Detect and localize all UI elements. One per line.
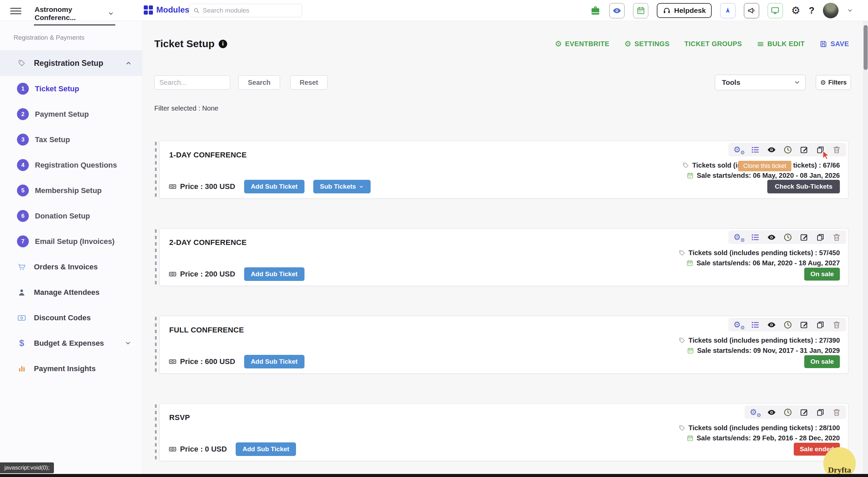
helpdesk-button[interactable]: Helpdesk xyxy=(657,3,711,18)
settings-button[interactable]: ⚙ SETTINGS xyxy=(624,40,669,48)
scrollbar-thumb[interactable] xyxy=(864,25,868,70)
eventbrite-button[interactable]: ⚙ EVENTBRITE xyxy=(555,40,610,48)
attendee-list-icon[interactable] xyxy=(751,320,760,329)
sidebar-item-label: Payment Insights xyxy=(34,364,131,373)
gear-icon: ⚙ xyxy=(555,40,562,48)
add-sub-ticket-button[interactable]: Add Sub Ticket xyxy=(244,267,304,281)
modules-button[interactable]: Modules xyxy=(144,5,189,15)
clock-icon[interactable] xyxy=(783,145,792,154)
edit-icon[interactable] xyxy=(800,408,809,417)
bar-chart-icon xyxy=(16,364,27,373)
tickets-sold-line: Tickets sold (includes pending tickets) … xyxy=(678,424,840,432)
filters-button[interactable]: ⚙ Filters xyxy=(816,75,851,90)
sidebar-item-label: Membership Setup xyxy=(35,186,102,195)
sidebar-group-label: Registration Setup xyxy=(34,59,125,68)
ticket-card: ⚙⚙ RSVP Tickets sold (includes pending t… xyxy=(159,403,848,461)
briefcase-icon[interactable] xyxy=(590,5,601,16)
trash-icon[interactable] xyxy=(832,408,841,417)
sidebar-item-ticket-setup[interactable]: 1 Ticket Setup xyxy=(0,76,142,101)
sidebar-item-budget-expenses[interactable]: $ Budget & Expenses xyxy=(0,330,142,356)
tickets-sold-line: Tickets sold (includes pending tickets) … xyxy=(678,249,840,257)
drag-handle[interactable] xyxy=(155,404,157,460)
gear-icon[interactable]: ⚙ xyxy=(791,5,801,16)
clone-icon[interactable] xyxy=(816,408,825,417)
avatar[interactable] xyxy=(823,3,839,18)
preview-eye-icon[interactable] xyxy=(767,320,776,329)
sidebar-item-label: Budget & Expenses xyxy=(34,339,118,348)
sidebar-item-registration-questions[interactable]: 4 Registration Questions xyxy=(0,152,142,178)
sub-tickets-button[interactable]: Sub Tickets xyxy=(313,180,371,193)
attendee-list-icon[interactable] xyxy=(751,145,760,154)
edit-icon[interactable] xyxy=(800,233,809,242)
brand-badge[interactable]: Dryfta xyxy=(823,447,856,477)
sidebar-item-tax-setup[interactable]: 3 Tax Setup xyxy=(0,127,142,152)
ticket-settings-icon[interactable]: ⚙⚙ xyxy=(733,233,744,241)
drag-handle[interactable] xyxy=(155,229,157,285)
add-sub-ticket-button[interactable]: Add Sub Ticket xyxy=(244,180,304,193)
sidebar-item-payment-insights[interactable]: Payment Insights xyxy=(0,356,142,381)
sidebar-item-orders-invoices[interactable]: Orders & Invoices xyxy=(0,254,142,280)
add-sub-ticket-button[interactable]: Add Sub Ticket xyxy=(244,355,304,368)
tools-select-value: Tools xyxy=(722,78,740,87)
trash-icon[interactable] xyxy=(832,233,841,242)
ticket-price: Price : 600 USD xyxy=(180,357,235,366)
menu-icon[interactable] xyxy=(10,6,21,16)
ticket-settings-icon[interactable]: ⚙⚙ xyxy=(750,408,760,416)
ticket-price: Price : 200 USD xyxy=(180,270,235,279)
sidebar-item-donation-setup[interactable]: 6 Donation Setup xyxy=(0,203,142,229)
tools-select[interactable]: Tools xyxy=(715,75,806,90)
preview-eye-icon[interactable] xyxy=(767,408,776,417)
bulk-edit-button[interactable]: BULK EDIT xyxy=(757,40,805,48)
modules-search-input[interactable] xyxy=(203,7,298,14)
ticket-name: FULL CONFERENCE xyxy=(169,326,244,335)
ticket-settings-icon[interactable]: ⚙⚙ xyxy=(733,321,744,329)
edit-icon[interactable] xyxy=(800,320,809,329)
page-header: Ticket Setup i xyxy=(154,38,227,50)
chevron-down-icon xyxy=(125,340,131,346)
sidebar-item-membership-setup[interactable]: 5 Membership Setup xyxy=(0,178,142,203)
drag-handle[interactable] xyxy=(155,317,157,373)
trash-icon[interactable] xyxy=(832,320,841,329)
clock-icon[interactable] xyxy=(783,408,792,417)
search-input[interactable] xyxy=(154,75,230,90)
sidebar-item-label: Discount Codes xyxy=(34,313,131,322)
reset-button[interactable]: Reset xyxy=(290,75,328,90)
sidebar-item-payment-setup[interactable]: 2 Payment Setup xyxy=(0,101,142,127)
sidebar-item-manage-attendees[interactable]: Manage Attendees xyxy=(0,280,142,305)
ticket-groups-button[interactable]: TICKET GROUPS xyxy=(684,40,742,48)
sidebar-item-label: Registration Questions xyxy=(35,161,117,170)
sidebar-item-email-setup[interactable]: 7 Email Setup (Invoices) xyxy=(0,229,142,254)
preview-eye-icon[interactable] xyxy=(767,145,776,154)
help-icon[interactable]: ? xyxy=(809,5,815,16)
launch-pointer-icon[interactable] xyxy=(720,3,735,18)
display-icon[interactable] xyxy=(768,3,783,18)
clone-icon[interactable] xyxy=(816,233,825,242)
clock-icon[interactable] xyxy=(783,233,792,242)
ticket-price: Price : 300 USD xyxy=(180,182,235,191)
trash-icon[interactable] xyxy=(832,145,841,154)
event-selector[interactable]: Astronomy Conferenc... xyxy=(34,3,115,25)
attendee-list-icon[interactable] xyxy=(751,233,760,242)
sidebar-item-discount-codes[interactable]: Discount Codes xyxy=(0,305,142,330)
check-sub-tickets-button[interactable]: Check Sub-Tickets xyxy=(767,180,840,193)
preview-eye-icon[interactable] xyxy=(609,3,625,18)
ticket-name: RSVP xyxy=(169,413,190,422)
drag-handle[interactable] xyxy=(155,142,157,197)
info-icon[interactable]: i xyxy=(219,40,227,48)
save-button[interactable]: SAVE xyxy=(820,40,849,48)
ticket-settings-icon[interactable]: ⚙⚙ xyxy=(733,146,744,154)
sidebar-group-registration-setup[interactable]: Registration Setup xyxy=(0,50,142,76)
ticket-card: ⚙⚙ 2-DAY CONFERENCE Tickets sold (includ… xyxy=(159,228,848,286)
clone-icon[interactable] xyxy=(816,320,825,329)
clock-icon[interactable] xyxy=(783,320,792,329)
preview-eye-icon[interactable] xyxy=(767,233,776,242)
add-sub-ticket-button[interactable]: Add Sub Ticket xyxy=(236,442,296,456)
search-button[interactable]: Search xyxy=(238,75,280,90)
tag-icon xyxy=(682,162,689,169)
ticket-actions-toolbar: ⚙⚙ xyxy=(745,405,846,419)
megaphone-icon[interactable] xyxy=(744,3,759,18)
tag-icon xyxy=(18,59,26,67)
edit-icon[interactable] xyxy=(800,145,809,154)
chevron-down-icon[interactable] xyxy=(847,7,853,14)
calendar-icon[interactable] xyxy=(633,3,648,18)
